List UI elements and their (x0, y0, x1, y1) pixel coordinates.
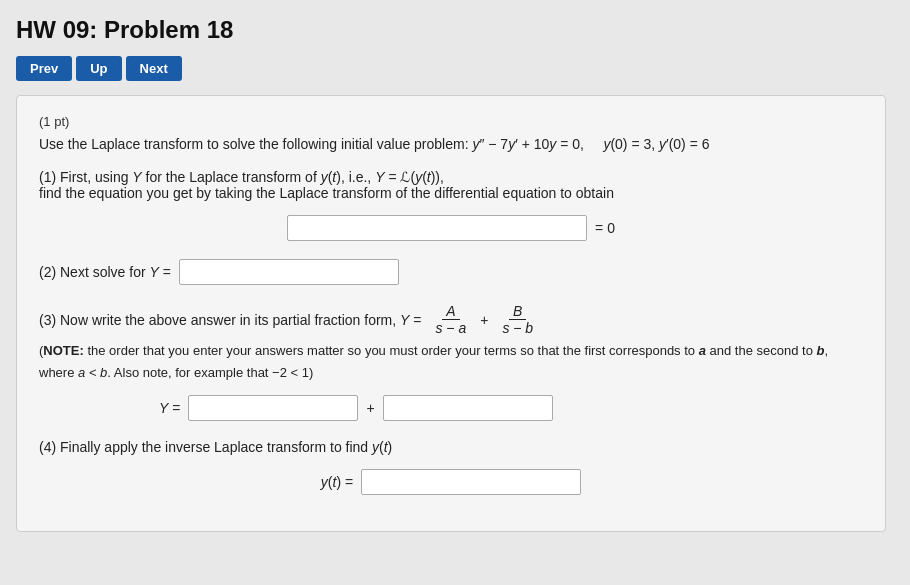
yt-row: y(t) = (39, 463, 863, 495)
y-eq-row: Y = + (39, 395, 863, 421)
frac1-num: A (442, 303, 459, 320)
step3-label: (3) Now write the above answer in its pa… (39, 312, 421, 328)
step1-line2: find the equation you get by taking the … (39, 185, 863, 201)
step2-section: (2) Next solve for Y = (39, 259, 863, 285)
step2-label: (2) Next solve for Y = (39, 264, 171, 280)
problem-statement: Use the Laplace transform to solve the f… (39, 133, 863, 155)
laplace-equation-input[interactable] (287, 215, 587, 241)
frac2-num: B (509, 303, 526, 320)
pts-label: (1 pt) (39, 114, 863, 129)
yt-input[interactable] (361, 469, 581, 495)
frac2-den: s − b (498, 320, 537, 336)
plus-sign: + (480, 312, 488, 328)
y-eq-label: Y = (159, 400, 180, 416)
partial-frac-b-input[interactable] (383, 395, 553, 421)
note-bold: NOTE: (43, 343, 83, 358)
plus-sign2: + (366, 400, 374, 416)
step4-section: (4) Finally apply the inverse Laplace tr… (39, 439, 863, 495)
step1-line1: (1) First, using Y for the Laplace trans… (39, 169, 863, 185)
fraction2: B s − b (496, 303, 539, 336)
step1-section: (1) First, using Y for the Laplace trans… (39, 169, 863, 241)
frac1-den: s − a (431, 320, 470, 336)
fraction1: A s − a (429, 303, 472, 336)
eq-zero-label: = 0 (595, 220, 615, 236)
problem-box: (1 pt) Use the Laplace transform to solv… (16, 95, 886, 532)
note-text: (NOTE: the order that you enter your ans… (39, 340, 863, 384)
partial-frac-a-input[interactable] (188, 395, 358, 421)
solve-y-input[interactable] (179, 259, 399, 285)
prev-button[interactable]: Prev (16, 56, 72, 81)
up-button[interactable]: Up (76, 56, 121, 81)
step3-section: (3) Now write the above answer in its pa… (39, 303, 863, 420)
next-button[interactable]: Next (126, 56, 182, 81)
nav-buttons: Prev Up Next (16, 56, 894, 81)
step4-label: (4) Finally apply the inverse Laplace tr… (39, 439, 863, 455)
statement-line1: Use the Laplace transform to solve the f… (39, 133, 863, 155)
page-title: HW 09: Problem 18 (16, 16, 894, 44)
yt-eq-label: y(t) = (321, 474, 353, 490)
step1-input-row: = 0 (39, 209, 863, 241)
